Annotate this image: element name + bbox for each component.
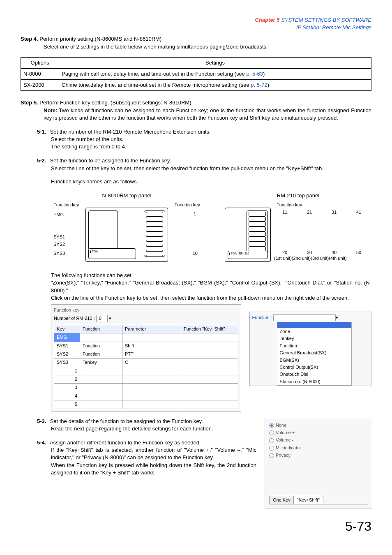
step-5-3: 5-3. Set the details of the function to … (37, 418, 256, 432)
step-4-title: Perform priority setting.(N-8600MS and N… (39, 36, 161, 42)
chapter-prefix: Chapter 5 (255, 17, 280, 23)
page-number: 5-73 (21, 517, 371, 536)
step-5-1-label: 5-1. (37, 128, 48, 136)
dropdown-item[interactable]: Function (277, 342, 351, 349)
chevron-down-icon[interactable]: ▾ (336, 315, 338, 320)
emg-label: EMG (53, 212, 64, 218)
radio-volume-minus[interactable]: Volume - (269, 437, 368, 443)
radio-icon (269, 453, 274, 458)
setting-cell: Chime tone,delay time, and time-out set … (59, 80, 371, 91)
option-cell: SX-2000 (21, 80, 59, 91)
tab-strip: One Key"Key+Shift" (269, 496, 368, 504)
radio-icon (269, 430, 274, 435)
diagram-right: RM-210 top panel Function key 11 21 31 4… (225, 192, 371, 268)
chapter-title: SYSTEM SETTINGS BY SOFTWARE (281, 17, 371, 23)
n1-label: 1 (194, 211, 196, 217)
table-row[interactable]: SYS3TenkeyC (54, 358, 238, 367)
dropdown-item[interactable]: Onetouch Dial (277, 371, 351, 378)
tab-one-key[interactable]: One Key (269, 496, 294, 504)
n11-label: 11 (282, 209, 287, 215)
options-header: Options (21, 57, 59, 68)
col-keyshift: Function "Key+Shift" (181, 325, 238, 333)
radio-privacy[interactable]: Privacy (269, 452, 368, 458)
step-4: Step 4. Perform priority setting.(N-8600… (21, 35, 371, 50)
dropdown-item[interactable]: Zone (277, 328, 351, 335)
function-key-screenshot: Function key Number of RM-210 : 0 ▾ Key … (51, 303, 371, 412)
table-row[interactable]: 5 (54, 400, 238, 409)
option-cell: N-8000 (21, 68, 59, 79)
rm210-panel-icon: ▮ TOA RM-210 (225, 208, 271, 262)
step-5-1: 5-1. Set the number of the RM-210 Remote… (37, 128, 371, 151)
step-4-label: Step 4. (21, 36, 38, 42)
step-5-1-line2: Select the number of the units. (51, 136, 371, 143)
step-5-4-line1: Assign another different function to the… (50, 439, 201, 446)
step-5-2-line1: Set the function to be assigned to the F… (50, 157, 171, 164)
sys1-label: SYS1 (53, 234, 65, 240)
radio-icon (269, 438, 274, 443)
step-5-2-label: 5-2. (37, 157, 48, 164)
chevron-down-icon[interactable]: ▾ (109, 316, 111, 321)
step-5-4-line3: When the Function key is pressed while h… (51, 462, 256, 476)
radio-panel: None Volume + Volume - Mic indicator Pri… (265, 418, 372, 509)
units-label: (1st unit)(2nd unit)(3rd unit)(4th unit) (274, 255, 347, 261)
step-4-desc: Select one of 2 settings in the table be… (44, 43, 371, 51)
radio-none[interactable]: None (269, 422, 368, 428)
after-diagram-text: The following functions can be set. "Zon… (51, 272, 371, 302)
function-dropdown-panel: Function : ▾ Zone Tenkey Function Genera… (249, 312, 371, 386)
after-line1: The following functions can be set. (51, 272, 371, 279)
rm210-count-label: Number of RM-210 : (54, 316, 95, 321)
table-row[interactable]: SYS2FunctionPTT (54, 350, 238, 358)
radio-volume-plus[interactable]: Volume + (269, 430, 368, 436)
page-link[interactable]: p. 5-72 (251, 82, 267, 88)
note-text: Two kinds of functions can be assigned t… (44, 107, 371, 121)
table-row[interactable]: 3 (54, 384, 238, 392)
radio-mic-indicator[interactable]: Mic indicator (269, 445, 368, 451)
step-5-4: 5-4. Assign another different function t… (37, 439, 256, 476)
diagrams-row: N-8610RM top panel Function key EMG SYS1… (53, 192, 371, 268)
step-5-4-label: 5-4. (37, 439, 48, 446)
after-line3: Click on the line of the Function key to… (51, 294, 371, 302)
step-5-3-line2: Read the next page regarding the detaile… (51, 425, 256, 432)
table-row[interactable]: 4 (54, 392, 238, 400)
radio-icon (269, 446, 274, 451)
n41-label: 41 (356, 209, 361, 215)
settings-header: Settings (59, 57, 371, 68)
sys3-label: SYS3 (53, 250, 65, 257)
dropdown-item[interactable]: BGM(SX) (277, 357, 351, 364)
step-5-1-line1: Set the number of the RM-210 Remote Micr… (50, 129, 211, 135)
table-row[interactable]: EMG (54, 333, 238, 342)
setting-cell: Paging with call tone, delay time, and t… (59, 68, 371, 79)
step-5-note: Note: Two kinds of functions can be assi… (44, 107, 371, 122)
dropdown-item[interactable]: Station no. (N-8000) (277, 378, 351, 385)
page-link[interactable]: p. 5-63 (246, 71, 263, 77)
radio-icon (269, 423, 274, 428)
dropdown-item[interactable]: Control Output(SX) (277, 364, 351, 371)
dropdown-selected[interactable] (277, 322, 351, 328)
table-row[interactable]: 1 (54, 367, 238, 375)
step-5-2-line2: Select the line of the key to be set, th… (51, 165, 371, 172)
diagram-right-title: RM-210 top panel (225, 192, 371, 199)
table-row: N-8000 Paging with call tone, delay time… (21, 68, 371, 79)
step-5-title: Perform Function key setting. (Subsequen… (39, 99, 191, 106)
dropdown-item[interactable]: Tenkey (277, 335, 351, 342)
function-key-label: Function key (53, 202, 79, 208)
table-row[interactable]: 2 (54, 375, 238, 384)
function-dropdown-list[interactable]: Zone Tenkey Function General Broadcast(S… (277, 322, 352, 386)
step-5-1-line3: The setting range is from 0 to 4. (51, 143, 371, 150)
tab-key-shift[interactable]: "Key+Shift" (293, 496, 323, 504)
rm210-count-select[interactable]: 0 (96, 315, 108, 322)
n8610rm-panel-icon: ▮ TOA (85, 208, 168, 262)
dropdown-item[interactable]: General Broadcast(SX) (277, 349, 351, 356)
step-5-2: 5-2. Set the function to be assigned to … (37, 157, 371, 185)
function-key-label: Function key (277, 202, 302, 208)
chapter-header: Chapter 5 SYSTEM SETTINGS BY SOFTWARE IP… (21, 16, 371, 31)
step-5-2-line3: Function key's names are as follows. (51, 178, 371, 185)
function-dropdown-label: Function : (252, 315, 272, 320)
function-key-table[interactable]: Key Function Parameter Function "Key+Shi… (54, 325, 238, 409)
n21-label: 21 (307, 209, 312, 215)
function-select[interactable] (273, 314, 336, 321)
after-line2: "Zone(SX)," "Tenkey," "Function," "Gener… (51, 279, 371, 294)
diagram-left-title: N-8610RM top panel (53, 192, 200, 199)
note-label: Note: (44, 107, 57, 113)
table-row[interactable]: SYS1FunctionShift (54, 342, 238, 350)
